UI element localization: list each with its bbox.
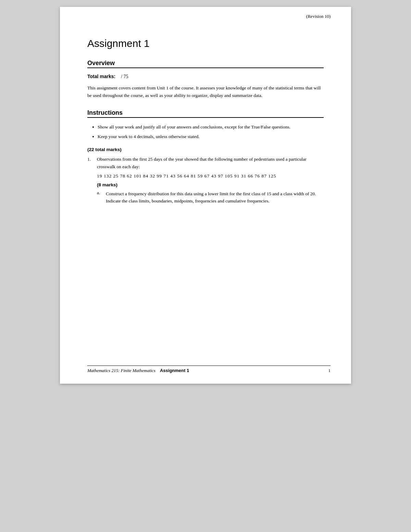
subquestion-marks: (8 marks) (97, 182, 324, 187)
total-marks-line: Total marks: / 75 (87, 74, 324, 79)
question-block-1: (22 total marks) 1. Observations from th… (87, 147, 324, 205)
subquestion-a: a. Construct a frequency distribution fo… (97, 190, 324, 205)
instructions-heading: Instructions (87, 109, 324, 118)
assignment-title: Assignment 1 (87, 38, 324, 49)
question-number: 1. (87, 156, 95, 163)
instructions-list: Show all your work and justify all of yo… (98, 123, 324, 140)
question-text: Observations from the first 25 days of t… (97, 156, 324, 170)
total-marks-value: / 75 (121, 74, 128, 79)
total-marks-subheading: (22 total marks) (87, 147, 324, 152)
overview-heading: Overview (87, 60, 324, 68)
subquestion-letter: a. (97, 190, 103, 196)
footer-left: Mathematics 215: Finite Mathematics Assi… (87, 368, 189, 373)
list-item: Show all your work and justify all of yo… (98, 123, 324, 131)
page: (Revision 10) Assignment 1 Overview Tota… (60, 7, 351, 384)
page-footer: Mathematics 215: Finite Mathematics Assi… (87, 366, 331, 373)
instructions-section: Instructions Show all your work and just… (87, 109, 324, 140)
question-1-line: 1. Observations from the first 25 days o… (87, 156, 324, 170)
footer-assignment-bold: Assignment 1 (160, 368, 189, 373)
footer-page-number: 1 (328, 368, 331, 373)
total-marks-label: Total marks: (87, 74, 115, 79)
subquestion-text: Construct a frequency distribution for t… (106, 190, 324, 205)
footer-course-italic: Mathematics 215: Finite Mathematics (87, 368, 155, 373)
list-item: Keep your work to 4 decimals, unless oth… (98, 133, 324, 140)
revision-note: (Revision 10) (306, 14, 331, 19)
overview-text: This assignment covers content from Unit… (87, 84, 324, 99)
data-values: 19 132 25 78 62 101 84 32 99 71 43 56 64… (97, 173, 324, 179)
